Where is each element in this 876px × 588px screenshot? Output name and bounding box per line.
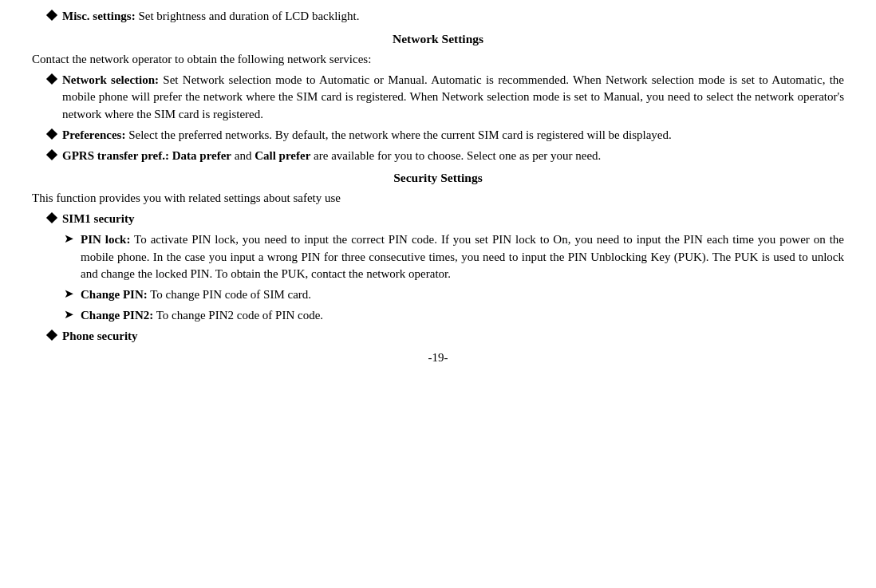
pin-lock-text: PIN lock: To activate PIN lock, you need… [81, 231, 844, 283]
pin-lock-bold: PIN lock: [81, 233, 130, 246]
misc-settings-item: Misc. settings: Set brightness and durat… [32, 8, 844, 26]
misc-settings-label-text: Set brightness and duration of LCD backl… [136, 10, 360, 22]
arrow-bullet-change-pin: ➤ [64, 286, 74, 301]
misc-settings-text: Misc. settings: Set brightness and durat… [62, 8, 844, 26]
network-selection-text: Network selection: Set Network selection… [62, 72, 844, 124]
network-selection-bold: Network selection: [62, 73, 159, 86]
change-pin-bold: Change PIN: [81, 288, 148, 301]
change-pin2-item: ➤ Change PIN2: To change PIN2 code of PI… [32, 307, 844, 325]
change-pin-text: Change PIN: To change PIN code of SIM ca… [81, 286, 844, 304]
pin-lock-item: ➤ PIN lock: To activate PIN lock, you ne… [32, 231, 844, 283]
phone-security-text: Phone security [62, 328, 844, 345]
change-pin2-bold: Change PIN2: [81, 309, 153, 322]
preferences-text: Preferences: Select the preferred networ… [62, 127, 844, 144]
network-intro-text: Contact the network operator to obtain t… [32, 51, 844, 69]
security-intro-text: This function provides you with related … [32, 190, 844, 207]
arrow-bullet-pin-lock: ➤ [64, 231, 74, 246]
sim1-security-text: SIM1 security [62, 211, 844, 228]
network-settings-heading: Network Settings [32, 32, 844, 46]
network-selection-item: Network selection: Set Network selection… [32, 72, 844, 124]
diamond-bullet-sim1 [46, 212, 57, 223]
page-number: -19- [32, 351, 844, 365]
sim1-security-item: SIM1 security [32, 211, 844, 228]
phone-security-bold: Phone security [62, 330, 138, 342]
gprs-item: GPRS transfer pref.: Data prefer and Cal… [32, 148, 844, 165]
misc-settings-label-bold: Misc. settings: [62, 10, 136, 22]
gprs-text: GPRS transfer pref.: Data prefer and Cal… [62, 148, 844, 165]
preferences-item: Preferences: Select the preferred networ… [32, 127, 844, 144]
arrow-bullet-change-pin2: ➤ [64, 307, 74, 322]
change-pin-item: ➤ Change PIN: To change PIN code of SIM … [32, 286, 844, 304]
diamond-bullet-preferences [46, 128, 57, 140]
security-settings-heading: Security Settings [32, 171, 844, 185]
gprs-bold: GPRS transfer pref.: Data prefer [62, 149, 231, 162]
diamond-bullet-gprs [46, 148, 57, 160]
phone-security-item: Phone security [32, 328, 844, 345]
change-pin2-text: Change PIN2: To change PIN2 code of PIN … [81, 307, 844, 325]
preferences-bold: Preferences: [62, 128, 125, 141]
diamond-bullet-network-selection [46, 73, 57, 84]
page-container: Misc. settings: Set brightness and durat… [0, 0, 876, 588]
diamond-bullet-misc [46, 10, 57, 21]
sim1-security-bold: SIM1 security [62, 212, 134, 225]
call-prefer-bold: Call prefer [255, 149, 310, 162]
diamond-bullet-phone-security [46, 329, 57, 340]
